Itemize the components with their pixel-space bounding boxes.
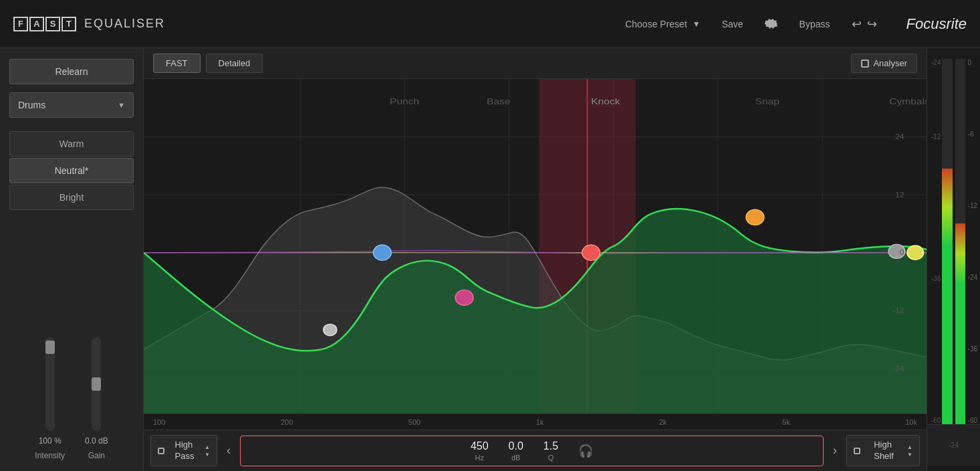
- category-label: Drums: [18, 100, 45, 110]
- svg-point-21: [746, 209, 764, 225]
- db-value: 0.0: [509, 440, 523, 452]
- band-nav-left[interactable]: ‹: [223, 444, 235, 458]
- freq-5k: 5k: [782, 418, 790, 426]
- svg-text:Snap: Snap: [755, 96, 779, 106]
- eq-canvas[interactable]: Punch Base Knock Snap Cymbals: [144, 79, 927, 413]
- freq-100: 100: [153, 418, 165, 426]
- meter-bar-1: [942, 59, 953, 424]
- analyser-square-icon: [861, 60, 869, 68]
- svg-text:Cymbals: Cymbals: [889, 96, 927, 106]
- meter-fill-1: [942, 169, 953, 424]
- undo-button[interactable]: ↩: [852, 17, 862, 31]
- meter-center-3: -36: [931, 275, 941, 282]
- gain-slider-group: 0.0 dB Gain: [85, 337, 108, 460]
- bypass-button[interactable]: Bypass: [794, 16, 836, 32]
- svg-point-18: [373, 245, 391, 260]
- meter-center-0: -24: [931, 59, 941, 66]
- settings-icon[interactable]: [765, 17, 778, 31]
- band-end-arrow-icon: ▲▼: [907, 444, 912, 458]
- bright-button[interactable]: Bright: [9, 185, 134, 210]
- q-unit: Q: [548, 454, 554, 462]
- meter-label-n36: -36: [968, 345, 977, 353]
- svg-text:24: 24: [895, 133, 904, 140]
- character-group: Warm Neutral* Bright: [9, 131, 134, 210]
- q-param: 1.5 Q: [543, 440, 558, 462]
- band-params: 450 Hz 0.0 dB 1.5 Q 🎧: [240, 436, 824, 466]
- sidebar: Relearn Drums ▼ Warm Neutral* Bright 100…: [0, 48, 144, 471]
- freq-labels: 100 200 500 1k 2k 5k 10k: [144, 413, 927, 430]
- main-area: Relearn Drums ▼ Warm Neutral* Bright 100…: [0, 48, 980, 471]
- intensity-label: Intensity: [35, 451, 65, 460]
- category-arrow-icon: ▼: [118, 101, 125, 109]
- freq-200: 200: [281, 418, 293, 426]
- band-controls: HighPass ▲▼ ‹ 450 Hz 0.0 dB: [144, 430, 927, 471]
- meter-center-1: -12: [931, 133, 941, 140]
- preset-selector[interactable]: Choose Preset ▼: [625, 19, 701, 29]
- meter-center-5: -60: [931, 417, 941, 424]
- freq-500: 500: [408, 418, 420, 426]
- freq-value: 450: [471, 440, 489, 452]
- analyser-button[interactable]: Analyser: [851, 54, 917, 73]
- band-end-label: HighShelf: [874, 440, 894, 462]
- logo-t: T: [62, 17, 76, 31]
- band-end-enable-icon: [854, 448, 860, 454]
- freq-1k: 1k: [536, 418, 544, 426]
- logo-f: F: [13, 17, 28, 31]
- category-selector[interactable]: Drums ▼: [9, 92, 134, 118]
- meter-label-n6: -6: [968, 130, 977, 138]
- warm-button[interactable]: Warm: [9, 131, 134, 157]
- meter-label-0: 0: [968, 59, 977, 66]
- sliders-area: 100 % Intensity 0.0 dB Gain: [9, 326, 134, 460]
- svg-text:0: 0: [900, 249, 904, 256]
- svg-text:-12: -12: [892, 307, 904, 314]
- app-title: EQUALISER: [84, 17, 165, 31]
- band-type-label: HighPass: [175, 440, 195, 462]
- logo-s: S: [45, 17, 60, 31]
- header: F A S T EQUALISER Choose Preset ▼ Save B…: [0, 0, 980, 48]
- svg-text:12: 12: [895, 191, 904, 199]
- freq-unit: Hz: [475, 454, 484, 462]
- svg-point-24: [324, 324, 337, 335]
- intensity-slider-group: 100 % Intensity: [35, 337, 65, 460]
- intensity-thumb[interactable]: [45, 341, 55, 354]
- gain-thumb[interactable]: [92, 377, 101, 391]
- svg-text:Punch: Punch: [390, 96, 419, 106]
- headphone-icon[interactable]: 🎧: [578, 444, 593, 458]
- db-param: 0.0 dB: [509, 440, 523, 462]
- band-type-selector-right[interactable]: HighShelf ▲▼: [846, 435, 920, 467]
- intensity-value: 100 %: [39, 436, 62, 446]
- tab-detailed[interactable]: Detailed: [206, 54, 263, 73]
- meter-area: 0 -6 -12 -24 -36 -60 -24 -12 -36 -60: [927, 48, 980, 471]
- logo-fast: F A S T: [13, 17, 76, 31]
- gain-slider[interactable]: [92, 337, 101, 431]
- gain-value: 0.0 dB: [85, 436, 108, 446]
- tab-fast[interactable]: FAST: [153, 54, 201, 73]
- meter-label-n12: -12: [968, 202, 977, 209]
- band-type-arrow-icon: ▲▼: [205, 444, 210, 458]
- intensity-slider[interactable]: [45, 337, 55, 431]
- relearn-button[interactable]: Relearn: [9, 59, 134, 84]
- header-controls: Choose Preset ▼ Save Bypass ↩ ↪ Focusrit…: [625, 15, 967, 33]
- svg-point-19: [455, 290, 473, 305]
- meter-fill-2: [955, 223, 966, 424]
- svg-text:Knock: Knock: [591, 96, 620, 106]
- q-value: 1.5: [543, 440, 558, 452]
- neutral-button[interactable]: Neutral*: [9, 158, 134, 183]
- svg-point-20: [582, 245, 600, 260]
- band-type-selector-left[interactable]: HighPass ▲▼: [150, 435, 217, 467]
- meter-bottom-label: -24: [949, 442, 958, 449]
- gain-label: Gain: [88, 451, 105, 460]
- band-nav-right[interactable]: ›: [829, 444, 841, 458]
- undo-redo-group: ↩ ↪: [852, 17, 877, 31]
- svg-point-23: [907, 246, 924, 260]
- app-container: F A S T EQUALISER Choose Preset ▼ Save B…: [0, 0, 980, 471]
- meter-label-n24: -24: [968, 274, 977, 281]
- meter-label-n60: -60: [968, 417, 977, 424]
- band-enable-icon: [158, 448, 164, 454]
- save-button[interactable]: Save: [717, 16, 749, 32]
- redo-button[interactable]: ↪: [867, 17, 877, 31]
- analyser-label: Analyser: [873, 58, 907, 68]
- svg-text:-24: -24: [892, 365, 904, 372]
- logo-a: A: [29, 17, 44, 31]
- eq-area: FAST Detailed Analyser: [144, 48, 927, 471]
